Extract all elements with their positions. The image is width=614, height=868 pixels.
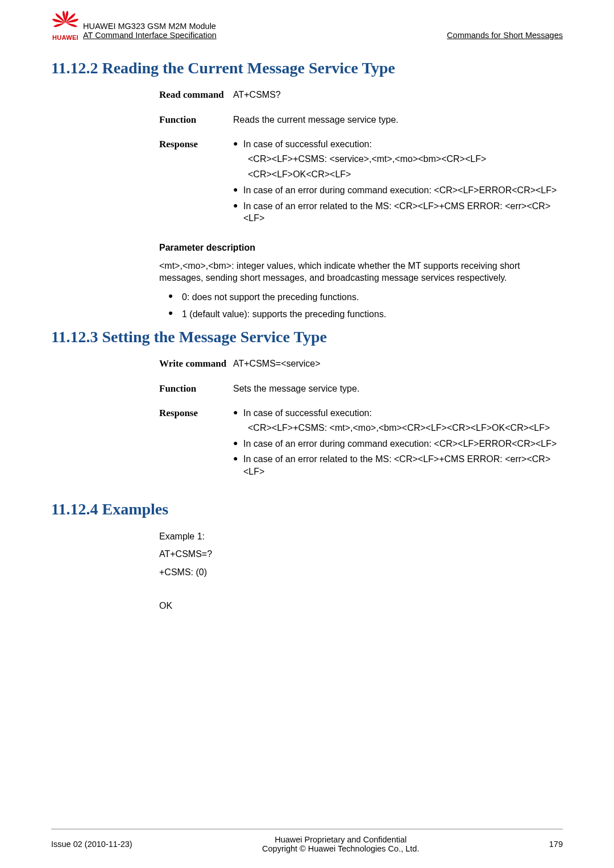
bullet-icon: •: [159, 307, 182, 321]
write-command-table: Write command AT+CSMS=<service> Function…: [159, 358, 563, 480]
footer-copyright-line: Copyright © Huawei Technologies Co., Ltd…: [262, 844, 419, 853]
write-command-value: AT+CSMS=<service>: [233, 358, 563, 370]
response-label: Response: [159, 138, 233, 227]
header-titles: HUAWEI MG323 GSM M2M Module AT Command I…: [83, 22, 447, 41]
response-success-line2: <CR><LF>OK<CR><LF>: [248, 168, 563, 181]
example-block: Example 1: AT+CSMS=? +CSMS: (0) OK: [159, 530, 563, 612]
header-section-name: Commands for Short Messages: [447, 31, 563, 41]
example-number: Example 1:: [159, 530, 563, 543]
response-error-exec: In case of an error during command execu…: [243, 184, 563, 197]
function-value: Reads the current message service type.: [233, 114, 563, 126]
bullet-icon: ●: [233, 138, 243, 151]
response-success-line1: <CR><LF>+CSMS: <service>,<mt>,<mo><bm><C…: [248, 153, 563, 165]
read-command-label: Read command: [159, 89, 233, 101]
section-heading-read: 11.12.2 Reading the Current Message Serv…: [51, 59, 563, 77]
brand-name: HUAWEI: [52, 34, 78, 41]
param-value-1: 1 (default value): supports the precedin…: [182, 307, 386, 321]
response-success-text: In case of successful execution:: [243, 138, 563, 151]
read-command-table: Read command AT+CSMS? Function Reads the…: [159, 89, 563, 227]
bullet-icon: ●: [233, 438, 243, 450]
parameter-heading: Parameter description: [159, 243, 563, 253]
bullet-icon: ●: [233, 453, 243, 477]
bullet-icon: ●: [233, 184, 243, 197]
page-header: HUAWEI HUAWEI MG323 GSM M2M Module AT Co…: [0, 0, 614, 41]
footer-issue: Issue 02 (2010-11-23): [51, 840, 132, 849]
write-command-label: Write command: [159, 358, 233, 370]
section-heading-set: 11.12.3 Setting the Message Service Type: [51, 328, 563, 346]
brand-logo-block: HUAWEI: [51, 10, 80, 41]
function-value: Sets the message service type.: [233, 383, 563, 395]
bullet-icon: ●: [233, 407, 243, 420]
param-value-0: 0: does not support the preceding functi…: [182, 290, 359, 304]
footer-confidential: Huawei Proprietary and Confidential: [262, 835, 419, 844]
response-success-line: <CR><LF>+CSMS: <mt>,<mo>,<bm><CR><LF><CR…: [248, 422, 563, 434]
huawei-logo-icon: [51, 10, 80, 34]
example-ok: OK: [159, 599, 563, 612]
spacer: [159, 583, 563, 595]
footer-page-number: 179: [549, 840, 563, 849]
parameter-value-list: • 0: does not support the preceding func…: [159, 290, 563, 320]
page-content: 11.12.2 Reading the Current Message Serv…: [0, 41, 614, 612]
header-subtitle: AT Command Interface Specification: [83, 31, 447, 40]
example-command: AT+CSMS=?: [159, 547, 563, 560]
function-label: Function: [159, 383, 233, 395]
response-success-text: In case of successful execution:: [243, 407, 563, 420]
function-label: Function: [159, 114, 233, 126]
footer-copyright: Huawei Proprietary and Confidential Copy…: [262, 835, 419, 853]
example-response: +CSMS: (0): [159, 566, 563, 579]
response-error-exec: In case of an error during command execu…: [243, 438, 563, 450]
bullet-icon: •: [159, 290, 182, 304]
response-error-ms: In case of an error related to the MS: <…: [243, 453, 563, 477]
response-body: ● In case of successful execution: <CR><…: [233, 407, 563, 480]
section-heading-examples: 11.12.4 Examples: [51, 500, 563, 518]
read-command-value: AT+CSMS?: [233, 89, 563, 101]
response-body: ● In case of successful execution: <CR><…: [233, 138, 563, 227]
header-product: HUAWEI MG323 GSM M2M Module: [83, 22, 447, 31]
parameter-description: <mt>,<mo>,<bm>: integer values, which in…: [159, 260, 563, 284]
response-error-ms: In case of an error related to the MS: <…: [243, 200, 563, 225]
page-footer: Issue 02 (2010-11-23) Huawei Proprietary…: [51, 829, 563, 853]
bullet-icon: ●: [233, 200, 243, 225]
response-label: Response: [159, 407, 233, 480]
